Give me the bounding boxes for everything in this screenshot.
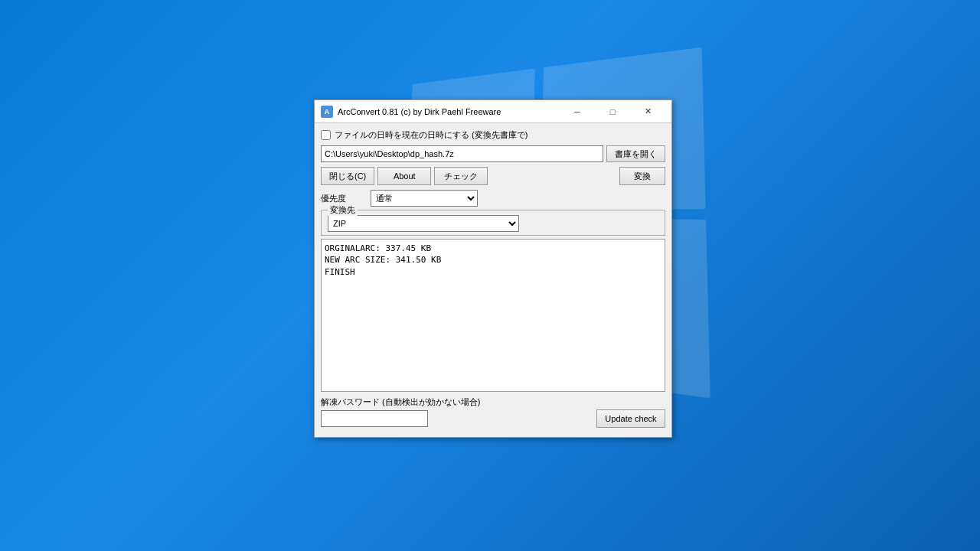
desktop: A ArcConvert 0.81 (c) by Dirk Paehl Free…: [0, 0, 980, 551]
priority-row: 優先度 通常 低 高: [321, 190, 665, 207]
password-label: 解凍パスワード (自動検出が効かない場合): [321, 396, 665, 408]
main-dialog: A ArcConvert 0.81 (c) by Dirk Paehl Free…: [314, 99, 672, 438]
app-icon: A: [321, 106, 333, 118]
check-button[interactable]: チェック: [434, 167, 488, 185]
about-button[interactable]: About: [377, 167, 431, 185]
datetime-checkbox-label: ファイルの日時を現在の日時にする (変換先書庫で): [335, 129, 528, 141]
open-library-button[interactable]: 書庫を開く: [606, 145, 665, 162]
minimize-button[interactable]: ─: [560, 100, 595, 123]
convert-group-legend: 変換先: [328, 204, 358, 216]
action-buttons-row: 閉じる(C) About チェック 変換: [321, 167, 665, 185]
priority-label: 優先度: [321, 193, 371, 204]
update-check-button[interactable]: Update check: [596, 409, 665, 428]
datetime-checkbox[interactable]: [321, 130, 331, 140]
password-section: 解凍パスワード (自動検出が効かない場合) Update check: [321, 396, 665, 428]
title-bar-text: ArcConvert 0.81 (c) by Dirk Paehl Freewa…: [338, 107, 560, 116]
convert-button[interactable]: 変換: [619, 167, 665, 185]
title-bar-buttons: ─ □ ✕: [560, 100, 665, 123]
password-input[interactable]: [321, 410, 428, 427]
close-button[interactable]: ✕: [630, 100, 665, 123]
convert-group: 変換先 ZIP 7Z TAR GZ BZ2 RAR: [321, 210, 665, 236]
title-bar: A ArcConvert 0.81 (c) by Dirk Paehl Free…: [315, 100, 671, 123]
password-row: Update check: [321, 409, 665, 428]
maximize-button[interactable]: □: [595, 100, 630, 123]
datetime-checkbox-row: ファイルの日時を現在の日時にする (変換先書庫で): [321, 129, 665, 141]
file-row: 書庫を開く: [321, 145, 665, 162]
priority-select[interactable]: 通常 低 高: [371, 190, 478, 207]
file-path-input[interactable]: [321, 145, 603, 162]
log-area[interactable]: ORGINALARC: 337.45 KB NEW ARC SIZE: 341.…: [321, 239, 665, 392]
app-icon-label: A: [325, 108, 330, 116]
convert-to-select[interactable]: ZIP 7Z TAR GZ BZ2 RAR: [328, 215, 519, 232]
close-action-button[interactable]: 閉じる(C): [321, 167, 374, 185]
dialog-content: ファイルの日時を現在の日時にする (変換先書庫で) 書庫を開く 閉じる(C) A…: [315, 123, 671, 437]
